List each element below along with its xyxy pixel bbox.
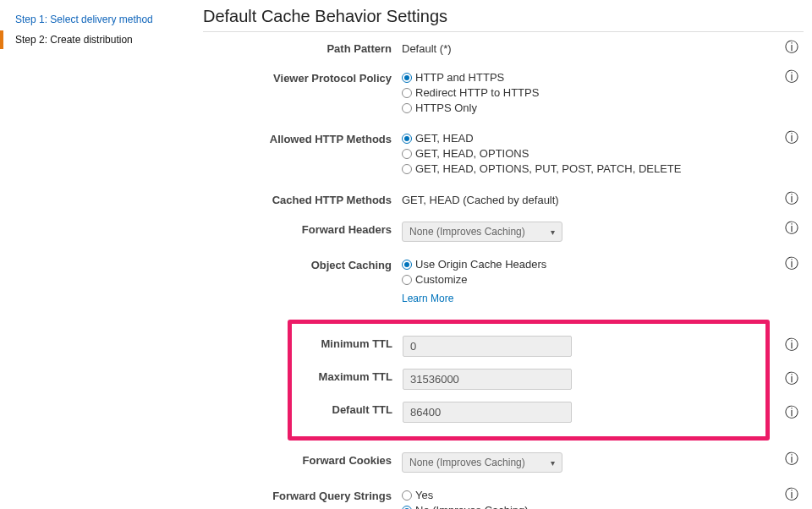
forward-cookies-label: Forward Cookies: [203, 452, 402, 467]
max-ttl-input[interactable]: [403, 369, 572, 390]
chevron-down-icon: ▾: [551, 227, 555, 237]
radio-icon: [402, 134, 412, 144]
max-ttl-label: Maximum TTL: [292, 369, 403, 383]
info-icon[interactable]: ⓘ: [785, 488, 798, 501]
viewer-protocol-label: Viewer Protocol Policy: [203, 70, 402, 85]
info-icon[interactable]: ⓘ: [785, 70, 798, 84]
radio-icon: [402, 275, 412, 285]
object-caching-option-origin[interactable]: Use Origin Cache Headers: [402, 257, 770, 272]
info-icon[interactable]: ⓘ: [785, 406, 798, 419]
radio-label: HTTP and HTTPS: [415, 70, 504, 85]
forward-cookies-dropdown[interactable]: None (Improves Caching) ▾: [402, 452, 562, 473]
allowed-methods-option-all[interactable]: GET, HEAD, OPTIONS, PUT, POST, PATCH, DE…: [402, 161, 770, 177]
radio-label: GET, HEAD, OPTIONS: [415, 146, 529, 161]
allowed-methods-option-get-head[interactable]: GET, HEAD: [402, 131, 770, 146]
section-title: Default Cache Behavior Settings: [203, 7, 804, 32]
radio-icon: [402, 490, 412, 501]
viewer-protocol-option-redirect[interactable]: Redirect HTTP to HTTPS: [402, 85, 770, 101]
main-panel: Default Cache Behavior Settings Path Pat…: [186, 7, 812, 509]
radio-label: HTTPS Only: [415, 101, 477, 116]
radio-label: GET, HEAD, OPTIONS, PUT, POST, PATCH, DE…: [415, 161, 681, 177]
min-ttl-label: Minimum TTL: [292, 336, 403, 350]
path-pattern-label: Path Pattern: [203, 41, 402, 55]
info-icon[interactable]: ⓘ: [785, 131, 798, 145]
dropdown-value: None (Improves Caching): [409, 457, 525, 468]
cached-methods-label: Cached HTTP Methods: [203, 192, 402, 206]
radio-icon: [402, 260, 412, 270]
step-select-delivery-method[interactable]: Step 1: Select delivery method: [0, 10, 186, 29]
radio-icon: [402, 73, 412, 83]
step-create-distribution[interactable]: Step 2: Create distribution: [0, 30, 186, 49]
info-icon[interactable]: ⓘ: [785, 222, 798, 235]
radio-label: Redirect HTTP to HTTPS: [415, 85, 539, 101]
forward-query-option-no[interactable]: No (Improves Caching): [402, 503, 770, 509]
path-pattern-value: Default (*): [402, 41, 770, 55]
forward-headers-dropdown[interactable]: None (Improves Caching) ▾: [402, 222, 562, 242]
default-ttl-label: Default TTL: [292, 402, 403, 416]
info-icon[interactable]: ⓘ: [785, 372, 798, 386]
radio-label: Customize: [415, 272, 467, 287]
min-ttl-input[interactable]: [403, 336, 572, 357]
radio-icon: [402, 88, 412, 98]
info-icon[interactable]: ⓘ: [785, 338, 798, 352]
radio-icon: [402, 164, 412, 174]
chevron-down-icon: ▾: [551, 458, 555, 468]
viewer-protocol-option-http-https[interactable]: HTTP and HTTPS: [402, 70, 770, 85]
dropdown-value: None (Improves Caching): [409, 226, 525, 238]
radio-icon: [402, 506, 412, 509]
radio-label: Yes: [415, 488, 433, 503]
ttl-highlight-box: Minimum TTL Maximum TTL Default TTL: [288, 320, 770, 441]
radio-label: No (Improves Caching): [415, 503, 529, 509]
radio-label: Use Origin Cache Headers: [415, 257, 546, 272]
learn-more-link[interactable]: Learn More: [402, 293, 453, 304]
radio-label: GET, HEAD: [415, 131, 474, 146]
allowed-methods-option-get-head-options[interactable]: GET, HEAD, OPTIONS: [402, 146, 770, 161]
object-caching-option-customize[interactable]: Customize: [402, 272, 770, 287]
forward-headers-label: Forward Headers: [203, 222, 402, 236]
info-icon[interactable]: ⓘ: [785, 192, 798, 205]
info-icon[interactable]: ⓘ: [785, 452, 798, 466]
forward-query-option-yes[interactable]: Yes: [402, 488, 770, 503]
allowed-methods-label: Allowed HTTP Methods: [203, 131, 402, 145]
default-ttl-input[interactable]: [403, 402, 572, 423]
forward-query-label: Forward Query Strings: [203, 488, 402, 502]
object-caching-label: Object Caching: [203, 257, 402, 271]
info-icon[interactable]: ⓘ: [785, 257, 798, 271]
wizard-sidebar: Step 1: Select delivery method Step 2: C…: [0, 7, 186, 509]
info-icon[interactable]: ⓘ: [785, 41, 798, 54]
radio-icon: [402, 103, 412, 113]
cached-methods-value: GET, HEAD (Cached by default): [402, 192, 770, 206]
viewer-protocol-option-https-only[interactable]: HTTPS Only: [402, 101, 770, 116]
radio-icon: [402, 149, 412, 159]
